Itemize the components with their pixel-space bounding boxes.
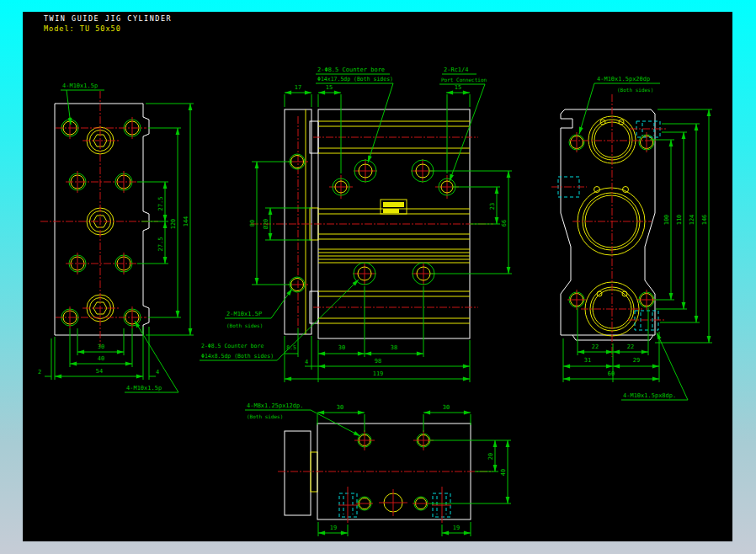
side-thread-label-bottom: 4-M10x1.5px8dp. bbox=[623, 392, 676, 399]
dim-20: 20 bbox=[487, 453, 494, 460]
cad-window: TWIN GUIDE JIG CYLINDER Model: TU 50x50 bbox=[0, 0, 756, 554]
dim-23: 23 bbox=[489, 203, 496, 210]
dim-2: 2 bbox=[38, 369, 41, 376]
drawing-model: Model: TU 50x50 bbox=[44, 24, 121, 33]
dim-80: 80 bbox=[249, 220, 256, 226]
dim-119: 119 bbox=[373, 370, 384, 377]
front-thread-label1: 2-M10x1.5P bbox=[226, 311, 262, 317]
dim-60: 60 bbox=[608, 370, 615, 377]
dim-4-left: 4 bbox=[156, 369, 159, 376]
dim-19-right: 19 bbox=[453, 525, 460, 531]
side-thread-label-top1: 4-M10x1.5px20dp bbox=[597, 76, 650, 83]
dim-30-bottom-left: 30 bbox=[337, 404, 343, 411]
dim-30-bottom-right: 30 bbox=[443, 404, 450, 411]
front-port-label2: Port Connection bbox=[441, 77, 487, 83]
dim-4-front: 4 bbox=[305, 359, 308, 365]
dim-30-front: 30 bbox=[338, 344, 345, 351]
bottom-thread-label1: 4-M8x1.25px12dp. bbox=[247, 402, 303, 409]
dim-8-5: 8.5 bbox=[286, 344, 296, 351]
front-cb-top-label1: 2-Φ8.5 Counter bore bbox=[317, 67, 385, 73]
dim-31: 31 bbox=[584, 357, 591, 364]
dim-66: 66 bbox=[501, 220, 508, 226]
dim-22-right: 22 bbox=[627, 344, 634, 350]
dim-30-left: 30 bbox=[98, 344, 104, 350]
left-thread-label-bottom: 4-M10x1.5p bbox=[126, 385, 162, 392]
dim-40: 40 bbox=[500, 469, 507, 476]
dim-17: 17 bbox=[295, 84, 301, 91]
dim-27-5-bottom: 27.5 bbox=[157, 237, 164, 252]
dim-15-right: 15 bbox=[455, 84, 461, 91]
dim-110: 110 bbox=[676, 215, 683, 226]
cad-drawing-area[interactable]: TWIN GUIDE JIG CYLINDER Model: TU 50x50 bbox=[0, 0, 756, 554]
dim-40-left: 40 bbox=[98, 355, 104, 362]
front-cb-bot-label1: 2-Φ8.5 Counter bore bbox=[201, 343, 264, 349]
dim-146: 146 bbox=[701, 215, 708, 226]
dim-144: 144 bbox=[183, 216, 189, 227]
front-cb-top-label2: Φ14x17.5dp (Both sides) bbox=[317, 76, 393, 83]
bottom-thread-label2: (Both sides) bbox=[247, 413, 283, 419]
dim-19-left: 19 bbox=[330, 525, 337, 531]
dim-98: 98 bbox=[375, 358, 381, 365]
side-thread-label-top2: (Both sides) bbox=[617, 87, 653, 93]
dim-15-left: 15 bbox=[326, 84, 333, 91]
front-cb-bot-label2: Φ14x8.5dp (Both sides) bbox=[201, 353, 274, 360]
front-thread-label2: (Both sides) bbox=[226, 322, 263, 328]
dim-dia20: Ø20 bbox=[263, 219, 269, 230]
dim-124: 124 bbox=[689, 215, 695, 226]
dim-27-5-top: 27.5 bbox=[157, 197, 164, 211]
drawing-title: TWIN GUIDE JIG CYLINDER bbox=[44, 14, 172, 23]
dim-22-left: 22 bbox=[592, 344, 599, 350]
dim-54: 54 bbox=[96, 368, 103, 375]
dim-120: 120 bbox=[170, 219, 177, 230]
dim-100: 100 bbox=[663, 215, 670, 226]
left-thread-label-top: 4-M10x1.5p bbox=[62, 83, 98, 89]
front-port-label1: 2-Rc1/4 bbox=[444, 67, 469, 73]
dim-38: 38 bbox=[391, 344, 397, 351]
dim-29: 29 bbox=[633, 357, 640, 364]
